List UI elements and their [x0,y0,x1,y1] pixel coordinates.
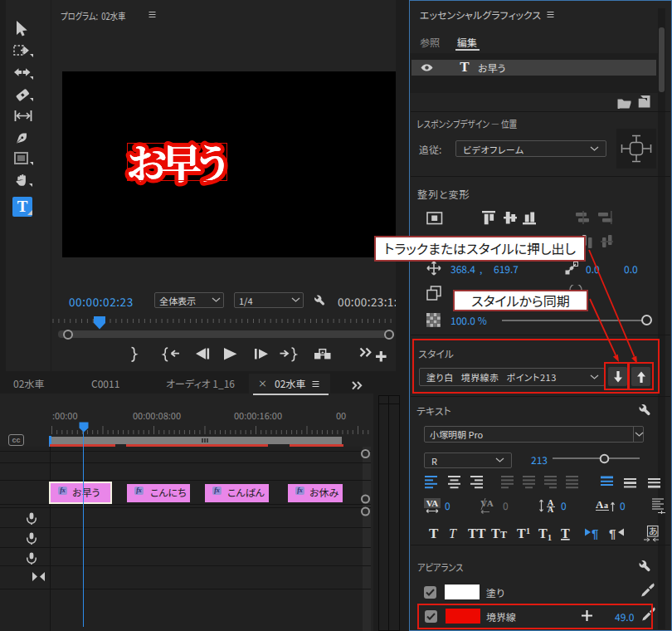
svg-text:1: 1 [526,526,530,536]
svg-text:T: T [500,529,507,541]
svg-text:¶: ¶ [609,526,616,541]
svg-text:TT: TT [468,526,486,541]
svg-text:T: T [491,526,500,541]
svg-text:T: T [561,526,570,541]
svg-text:T: T [429,526,439,541]
svg-text:A: A [596,498,604,511]
svg-text:a: a [604,501,608,510]
svg-text:cc: cc [12,436,20,444]
svg-text:あ: あ [649,525,658,537]
svg-text:A: A [548,505,554,514]
svg-text:1: 1 [548,533,552,542]
svg-text:¶: ¶ [592,526,598,541]
svg-text:T: T [538,526,548,541]
svg-text:VA: VA [426,498,439,508]
svg-text:T: T [517,526,526,541]
svg-text:T: T [449,526,457,541]
svg-text:お早う: お早う [125,132,224,190]
